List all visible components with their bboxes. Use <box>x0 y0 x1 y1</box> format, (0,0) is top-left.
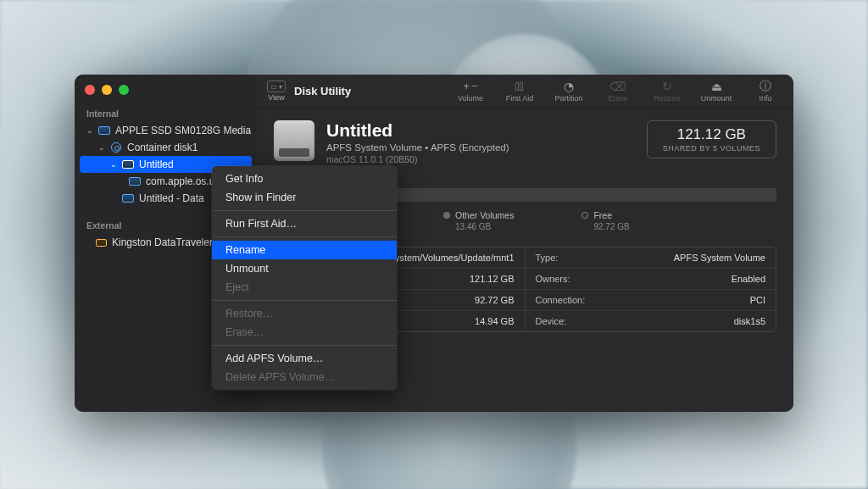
chevron-down-icon: ⌄ <box>86 127 93 134</box>
volume-title: Untitled <box>326 120 635 141</box>
external-disk-icon <box>95 236 107 248</box>
restore-button: ↻ Restore <box>649 80 685 103</box>
toolbar-label: Partition <box>554 94 582 103</box>
close-button[interactable] <box>85 85 95 95</box>
menu-item-show-in-finder[interactable]: Show in Finder <box>212 188 397 207</box>
disk-image-icon <box>274 120 314 161</box>
detail-value: /System/Volumes/Update/mnt1 <box>386 253 514 263</box>
sidebar-layout-icon: ▭ ▾ <box>267 81 286 92</box>
menu-item-restore: Restore… <box>212 304 397 323</box>
container-icon <box>110 142 122 153</box>
window-controls <box>75 81 257 103</box>
volume-icon <box>129 175 141 187</box>
erase-icon: ⌫ <box>609 80 626 92</box>
legend-value: 92.72 GB <box>581 222 629 231</box>
toolbar-label: Unmount <box>701 94 732 103</box>
legend-dot-icon <box>443 212 450 219</box>
eject-icon: ⏏ <box>711 80 722 92</box>
minimize-button[interactable] <box>102 85 112 95</box>
detail-row-connection: Connection: PCI <box>526 290 776 311</box>
legend-dot-icon <box>581 212 588 219</box>
unmount-button[interactable]: ⏏ Unmount <box>698 80 734 103</box>
chevron-down-icon: ⌄ <box>98 144 105 151</box>
menu-separator <box>212 210 397 211</box>
usage-segment-free <box>386 188 776 202</box>
sidebar-item-label: APPLE SSD SM0128G Media <box>115 125 251 136</box>
legend-free: Free 92.72 GB <box>581 210 629 231</box>
detail-label: Device: <box>536 316 567 326</box>
sidebar-item-label: Untitled <box>139 158 174 170</box>
volume-os-version: macOS 11.0.1 (20B50) <box>326 154 635 164</box>
detail-row-device: Device: disk1s5 <box>526 311 776 331</box>
context-menu: Get Info Show in Finder Run First Aid… R… <box>212 166 397 390</box>
detail-value: PCI <box>750 295 765 305</box>
volume-icon <box>122 192 134 204</box>
first-aid-button[interactable]: ✚⃝ First Aid <box>502 80 537 103</box>
sidebar-heading-internal: Internal <box>75 103 257 122</box>
disk-utility-window: Internal ⌄ APPLE SSD SM0128G Media ⌄ Con… <box>75 75 793 412</box>
capacity-shared-label: SHARED BY 5 VOLUMES <box>663 144 760 153</box>
erase-button: ⌫ Erase <box>600 80 636 103</box>
menu-item-eject: Eject <box>212 278 397 297</box>
view-switcher[interactable]: ▭ ▾ View <box>267 81 286 102</box>
legend-value: 13.46 GB <box>443 222 491 231</box>
detail-value: APFS System Volume <box>674 253 765 263</box>
app-title: Disk Utility <box>294 85 351 97</box>
legend-label: Other Volumes <box>455 210 514 220</box>
toolbar-label: Erase <box>608 94 628 103</box>
detail-row-type: Type: APFS System Volume <box>526 247 776 269</box>
sidebar-item-label: Container disk1 <box>127 142 198 153</box>
partition-button[interactable]: ◔ Partition <box>551 80 587 103</box>
disk-icon <box>98 125 110 136</box>
pie-icon: ◔ <box>564 80 574 92</box>
volume-add-remove-button[interactable]: +− Volume <box>453 80 488 103</box>
capacity-value: 121.12 GB <box>663 126 760 143</box>
menu-item-get-info[interactable]: Get Info <box>212 169 397 188</box>
menu-item-delete-apfs-volume: Delete APFS Volume… <box>212 368 397 386</box>
sidebar-item-internal-disk[interactable]: ⌄ APPLE SSD SM0128G Media <box>75 122 257 139</box>
detail-value: disk1s5 <box>734 316 765 326</box>
menu-separator <box>212 300 397 301</box>
detail-label: Owners: <box>536 274 570 284</box>
toolbar-label: View <box>268 93 284 102</box>
maximize-button[interactable] <box>119 85 129 95</box>
toolbar-label: Volume <box>458 94 483 103</box>
menu-item-run-first-aid[interactable]: Run First Aid… <box>212 214 397 233</box>
sidebar-item-container[interactable]: ⌄ Container disk1 <box>75 139 257 156</box>
stethoscope-icon: ✚⃝ <box>515 80 524 92</box>
legend-other-volumes: Other Volumes 13.46 GB <box>443 210 514 231</box>
toolbar-label: Info <box>759 94 771 103</box>
chevron-down-icon: ⌄ <box>110 161 117 168</box>
menu-item-add-apfs-volume[interactable]: Add APFS Volume… <box>212 349 397 368</box>
toolbar-label: First Aid <box>506 94 534 103</box>
info-icon: ⓘ <box>760 80 771 92</box>
menu-item-rename[interactable]: Rename <box>212 241 397 259</box>
toolbar-label: Restore <box>654 94 681 103</box>
menu-item-erase: Erase… <box>212 323 397 342</box>
sidebar-item-label: Untitled - Data <box>139 192 204 204</box>
detail-value: 14.94 GB <box>475 316 514 326</box>
toolbar: ▭ ▾ View Disk Utility +− Volume ✚⃝ First… <box>257 75 793 108</box>
volume-icon <box>122 158 134 170</box>
legend-label: Free <box>593 210 612 220</box>
volume-subtitle: APFS System Volume • APFS (Encrypted) <box>326 142 635 153</box>
detail-value: Enabled <box>732 274 765 284</box>
menu-item-unmount[interactable]: Unmount <box>212 259 397 278</box>
detail-row-owners: Owners: Enabled <box>526 269 776 290</box>
menu-separator <box>212 345 397 346</box>
info-button[interactable]: ⓘ Info <box>748 80 783 103</box>
detail-value: 92.72 GB <box>475 295 514 305</box>
detail-label: Type: <box>536 253 559 263</box>
plus-minus-icon: +− <box>463 80 477 92</box>
detail-value: 121.12 GB <box>470 274 515 284</box>
detail-label: Connection: <box>536 295 586 305</box>
restore-icon: ↻ <box>662 80 672 92</box>
menu-separator <box>212 236 397 237</box>
capacity-box: 121.12 GB SHARED BY 5 VOLUMES <box>647 120 776 158</box>
